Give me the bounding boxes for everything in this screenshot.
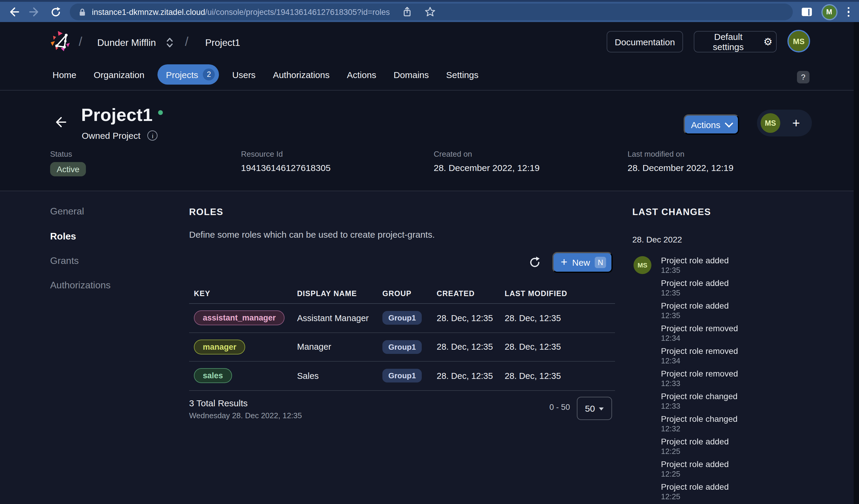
role-modified: 28. Dec, 12:35 <box>504 313 615 323</box>
side-panel-icon[interactable] <box>800 5 813 18</box>
page-size-value: 50 <box>585 403 595 413</box>
roles-table-header: KEY DISPLAY NAME GROUP CREATED LAST MODI… <box>189 284 615 304</box>
meta-divider <box>0 191 859 191</box>
table-row[interactable]: manager Manager Group1 28. Dec, 12:35 28… <box>189 333 615 362</box>
changes-date: 28. Dec 2022 <box>632 235 682 244</box>
chevron-down-icon <box>724 119 733 127</box>
actions-label: Actions <box>691 120 720 129</box>
page-size-select[interactable]: 50 <box>577 397 612 420</box>
info-icon[interactable]: i <box>148 130 158 141</box>
role-key-chip: sales <box>194 368 232 383</box>
role-display-name: Assistant Manager <box>297 313 382 323</box>
created-label: Created on <box>434 149 540 158</box>
main-nav: Home Organization Projects 2 Users Autho… <box>52 64 479 84</box>
role-modified: 28. Dec, 12:35 <box>504 342 615 352</box>
sidebar-item-general[interactable]: General <box>50 206 84 217</box>
changes-list: Project role added12:35 Project role add… <box>661 255 738 504</box>
sidebar-item-grants[interactable]: Grants <box>50 255 79 266</box>
active-status-dot <box>158 110 163 115</box>
status-badge: Active <box>50 162 86 176</box>
tab-organization[interactable]: Organization <box>94 69 145 80</box>
role-group-chip: Group1 <box>382 311 422 325</box>
header-divider <box>0 90 859 91</box>
col-key: KEY <box>189 289 297 298</box>
owner-avatar[interactable]: MS <box>760 113 780 133</box>
pagination-range: 0 - 50 <box>549 403 570 412</box>
change-item[interactable]: Project role changed12:32 <box>661 414 738 437</box>
breadcrumb-project[interactable]: Project1 <box>205 37 240 48</box>
change-item[interactable]: Project role removed12:34 <box>661 324 738 346</box>
tab-projects[interactable]: Projects 2 <box>157 64 219 84</box>
scrollbar[interactable] <box>854 22 859 504</box>
change-item[interactable]: Project role added12:25 <box>661 459 738 482</box>
actions-button[interactable]: Actions <box>684 114 739 135</box>
tab-domains[interactable]: Domains <box>393 69 428 80</box>
meta-status: Status Active <box>50 149 86 176</box>
roles-table: KEY DISPLAY NAME GROUP CREATED LAST MODI… <box>189 284 615 391</box>
change-item[interactable]: Project role added12:35 <box>661 255 738 278</box>
col-group: GROUP <box>382 289 437 298</box>
browser-profile-avatar[interactable]: M <box>821 4 837 20</box>
role-created: 28. Dec, 12:35 <box>437 313 504 323</box>
lock-icon <box>78 7 87 16</box>
address-bar[interactable]: instance1-dkmnzw.zitadel.cloud/ui/consol… <box>70 3 793 20</box>
tab-home[interactable]: Home <box>52 69 76 80</box>
browser-forward-icon[interactable] <box>28 5 41 18</box>
total-results-date: Wednesday 28. Dec 2022, 12:35 <box>189 411 302 420</box>
role-display-name: Sales <box>297 371 382 381</box>
refresh-icon[interactable] <box>527 255 542 269</box>
breadcrumb-org[interactable]: Dunder Mifflin <box>97 37 156 48</box>
tab-users[interactable]: Users <box>232 69 256 80</box>
role-group-chip: Group1 <box>382 369 422 383</box>
owner-pill: MS + <box>757 110 812 137</box>
user-avatar[interactable]: MS <box>787 30 810 52</box>
change-item[interactable]: Project role added12:35 <box>661 278 738 301</box>
browser-profile-initial: M <box>826 8 832 16</box>
role-created: 28. Dec, 12:35 <box>437 371 504 381</box>
modified-value: 28. December 2022, 12:19 <box>628 163 734 173</box>
resource-id-value: 194136146127618305 <box>241 163 331 173</box>
documentation-button[interactable]: Documentation <box>607 31 683 52</box>
last-changes-title: LAST CHANGES <box>632 207 711 218</box>
help-button[interactable]: ? <box>797 71 810 83</box>
change-item[interactable]: Project role added12:25 <box>661 482 738 504</box>
role-created: 28. Dec, 12:35 <box>437 342 504 352</box>
role-key-chip: manager <box>194 340 245 355</box>
breadcrumb-separator: / <box>79 34 82 49</box>
browser-menu-icon[interactable] <box>845 7 852 17</box>
new-role-label: New <box>572 257 590 267</box>
new-role-button[interactable]: + New N <box>552 252 613 273</box>
zitadel-logo-icon[interactable] <box>50 30 72 52</box>
default-settings-label: Default settings <box>698 32 759 52</box>
col-display-name: DISPLAY NAME <box>297 289 382 298</box>
tab-projects-label: Projects <box>166 69 198 80</box>
change-item[interactable]: Project role added12:25 <box>661 437 738 459</box>
change-item[interactable]: Project role removed12:34 <box>661 346 738 369</box>
default-settings-button[interactable]: Default settings ⚙ <box>694 31 777 52</box>
page-title: Project1 <box>81 105 163 125</box>
table-row[interactable]: assistant_manager Assistant Manager Grou… <box>189 304 615 333</box>
gear-icon: ⚙ <box>764 37 773 47</box>
sidebar-item-authorizations[interactable]: Authorizations <box>50 280 111 291</box>
caret-down-icon <box>599 408 604 410</box>
col-last-modified: LAST MODIFIED <box>504 289 615 298</box>
role-group-chip: Group1 <box>382 340 422 354</box>
sidebar-item-roles[interactable]: Roles <box>50 231 76 242</box>
share-icon[interactable] <box>402 6 412 17</box>
modified-label: Last modified on <box>628 149 734 158</box>
bookmark-star-icon[interactable] <box>425 6 436 17</box>
resource-id-label: Resource Id <box>241 149 331 158</box>
role-display-name: Manager <box>297 342 382 352</box>
table-row[interactable]: sales Sales Group1 28. Dec, 12:35 28. De… <box>189 362 615 391</box>
tab-actions[interactable]: Actions <box>347 69 376 80</box>
change-item[interactable]: Project role added12:35 <box>661 301 738 324</box>
add-member-icon[interactable]: + <box>792 116 805 129</box>
org-switcher-icon[interactable] <box>166 37 174 48</box>
back-arrow-icon[interactable] <box>54 115 67 129</box>
change-item[interactable]: Project role removed12:33 <box>661 369 738 391</box>
tab-authorizations[interactable]: Authorizations <box>273 69 330 80</box>
change-item[interactable]: Project role changed12:33 <box>661 391 738 414</box>
tab-settings[interactable]: Settings <box>446 69 479 80</box>
browser-refresh-icon[interactable] <box>49 5 62 18</box>
browser-back-icon[interactable] <box>7 5 20 18</box>
